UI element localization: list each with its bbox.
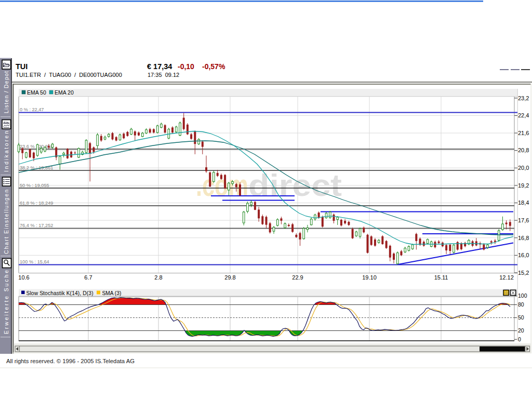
svg-text:6.7: 6.7 xyxy=(84,274,92,281)
svg-text:€ 17,34: € 17,34 xyxy=(147,62,172,71)
svg-text:16,8: 16,8 xyxy=(518,235,529,241)
svg-text:17:35 09.12: 17:35 09.12 xyxy=(148,72,179,78)
svg-text:21,6: 21,6 xyxy=(518,130,529,136)
svg-text:61,8 % : 18,249: 61,8 % : 18,249 xyxy=(20,201,53,206)
svg-text:100: 100 xyxy=(518,292,527,299)
svg-text:18,4: 18,4 xyxy=(518,200,529,206)
svg-text:17,6: 17,6 xyxy=(518,217,529,223)
svg-text:-0,10: -0,10 xyxy=(178,62,194,71)
svg-text:Slow Stochastik K(14), D(3): Slow Stochastik K(14), D(3) xyxy=(26,290,94,296)
svg-text:0 % : 22,47: 0 % : 22,47 xyxy=(20,107,44,112)
svg-text:15,2: 15,2 xyxy=(518,270,529,276)
svg-text:0: 0 xyxy=(518,336,521,342)
svg-text:29.8: 29.8 xyxy=(224,274,235,281)
svg-text:Chart Einstellungen: Chart Einstellungen xyxy=(3,190,9,254)
svg-text:-0,57%: -0,57% xyxy=(202,62,225,71)
svg-text:Erweiterte Suche: Erweiterte Suche xyxy=(3,270,9,334)
svg-text:EMA 50: EMA 50 xyxy=(27,89,46,96)
svg-text:20: 20 xyxy=(518,327,524,334)
svg-text:23,2: 23,2 xyxy=(518,95,529,101)
svg-text:19,2: 19,2 xyxy=(518,182,529,189)
svg-text:2.8: 2.8 xyxy=(154,274,162,281)
svg-text:20,8: 20,8 xyxy=(518,147,529,153)
svg-text:EMA 20: EMA 20 xyxy=(55,89,74,96)
svg-text:80: 80 xyxy=(518,301,524,308)
svg-text:38,2 % : 19,861: 38,2 % : 19,861 xyxy=(20,165,53,170)
svg-text:TUI1.ETR / TUAG00 / DE000T: TUI1.ETR / TUAG00 / DE000TUAG000 xyxy=(16,72,122,78)
svg-text:15.11: 15.11 xyxy=(434,274,448,281)
svg-text:100 % : 15,64: 100 % : 15,64 xyxy=(20,259,49,264)
svg-text:19.10: 19.10 xyxy=(362,274,377,281)
svg-text:All rights reserved. © 1996 -: All rights reserved. © 1996 - 2005 IS.Te… xyxy=(6,358,135,364)
svg-text:10.6: 10.6 xyxy=(18,274,29,281)
svg-text:16,0: 16,0 xyxy=(518,252,529,258)
svg-text:22,4: 22,4 xyxy=(518,112,529,118)
svg-text:Listen / Depot: Listen / Depot xyxy=(3,71,9,113)
svg-text:76,4 % : 17,252: 76,4 % : 17,252 xyxy=(20,223,53,228)
svg-text:50: 50 xyxy=(518,314,524,321)
svg-text:20,0: 20,0 xyxy=(518,165,529,171)
svg-text:12.12: 12.12 xyxy=(499,274,514,281)
svg-text:TUI: TUI xyxy=(16,62,28,71)
svg-text:SMA (3): SMA (3) xyxy=(102,290,122,296)
svg-text:22.9: 22.9 xyxy=(292,274,303,281)
svg-text:50 % : 19,055: 50 % : 19,055 xyxy=(20,183,49,188)
